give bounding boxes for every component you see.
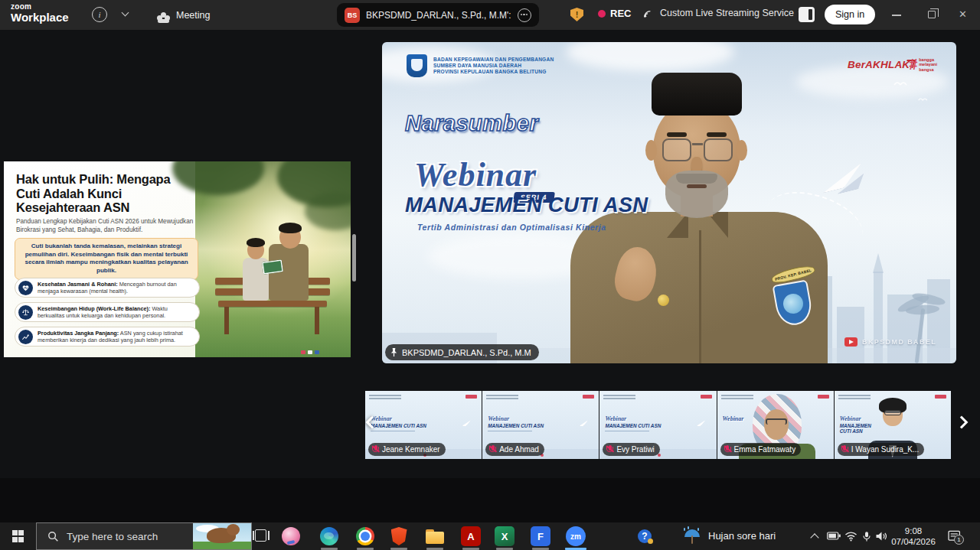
participant-name-tag: Jeane Kemnaker <box>368 443 446 456</box>
running-indicator <box>390 548 407 549</box>
zoom-meeting-window: zoom Workplace i Meeting BS BKPSDMD_DARL… <box>0 0 980 550</box>
cloud-shape <box>566 42 734 71</box>
org-text: BADAN KEPEGAWAIAN DAN PENGEMBANGAN SUMBE… <box>433 57 554 76</box>
bullet-text: Kesehatan Jasmani & Rohani: Mencegah bur… <box>38 281 195 295</box>
search-input[interactable]: Type here to search <box>36 522 252 550</box>
mini-org-header <box>486 395 518 401</box>
start-button[interactable] <box>0 522 36 550</box>
folder-icon <box>426 529 444 544</box>
slide-quote: Cuti bukanlah tanda kemalasan, melainkan… <box>15 238 198 280</box>
berakhlak-logo: BerAKHLAK <box>848 59 910 70</box>
webinar-script-label: Webinar <box>414 155 537 194</box>
app-icon-excel[interactable]: X <box>495 526 514 546</box>
participant-tile[interactable]: Webinar MANAJEMEN CUTI ASN Jeane Kemnake… <box>365 391 482 459</box>
ear <box>736 140 747 161</box>
bird-icon <box>918 96 932 102</box>
mini-plane-icon <box>697 420 706 426</box>
sign-in-button[interactable]: Sign in <box>825 5 875 24</box>
restore-button[interactable] <box>928 11 936 18</box>
info-icon[interactable]: i <box>92 7 107 22</box>
app-icon-chrome[interactable] <box>355 526 375 546</box>
participant-name: Emma Fatmawaty <box>734 445 796 454</box>
avatar: BS <box>345 8 360 23</box>
mini-rule <box>605 431 649 431</box>
clock-time: 9:08 <box>887 526 940 536</box>
mini-title: MANAJEMEN CUTI ASN <box>840 423 880 434</box>
mini-title: MANAJEMEN CUTI ASN <box>371 423 426 428</box>
filmstrip-next-button[interactable] <box>956 416 969 429</box>
live-streaming-menu[interactable]: Custom Live Streaming Service <box>643 7 805 18</box>
zoom-logo-text: zoom <box>11 3 69 11</box>
child-hair <box>247 238 265 247</box>
bangga-line: bangsa <box>919 67 937 72</box>
minimize-button[interactable] <box>892 15 901 16</box>
search-icon <box>47 531 59 542</box>
participant-name-tag: Emma Fatmawaty <box>720 443 802 456</box>
mini-webinar: Webinar <box>840 415 861 422</box>
running-indicator <box>321 548 338 549</box>
mini-org-header <box>369 395 401 401</box>
webinar-tagline: Tertib Administrasi dan Optimalisasi Kin… <box>417 223 606 232</box>
hash-glyph: # <box>909 56 917 73</box>
help-tray-icon[interactable]: ? <box>638 529 652 543</box>
app-icon-file-explorer[interactable] <box>425 526 445 546</box>
app-icon-acrobat[interactable]: A <box>461 526 481 546</box>
participant-tile[interactable]: Webinar MANAJEMEN CUTI ASN I Wayan Sudir… <box>835 391 951 459</box>
meeting-tab-label: Meeting <box>176 10 210 21</box>
avatar-glasses <box>884 410 901 415</box>
search-placeholder: Type here to search <box>67 531 158 542</box>
org-line: PROVINSI KEPULAUAN BANGKA BELITUNG <box>433 69 554 75</box>
weather-label[interactable]: Hujan sore hari <box>708 530 776 542</box>
weather-icon[interactable] <box>684 528 701 545</box>
meeting-toolbar: Audio Video Participants 500 Chat <box>0 478 980 522</box>
app-icon-zoom[interactable]: zm <box>566 526 586 546</box>
security-warning-icon[interactable]: ! <box>570 8 583 21</box>
meeting-title-tab[interactable]: BS BKPSDMD_DARLAN., S.Pd., M.M': <box>337 3 539 27</box>
mini-logo <box>818 395 829 399</box>
youtube-channel: BKPSDMD BABEL <box>862 338 936 346</box>
participant-tile[interactable]: Webinar MANAJEMEN CUTI ASN Ade Ahmad <box>482 391 599 459</box>
slide-subtitle: Panduan Lengkap Kebijakan Cuti ASN 2026 … <box>16 218 195 234</box>
slide-bullet-2: Keseimbangan Hidup (Work-Life Balance): … <box>15 302 200 322</box>
org-line: BADAN KEPEGAWAIAN DAN PENGEMBANGAN <box>433 57 554 63</box>
mini-logo <box>701 395 712 399</box>
close-button[interactable]: ✕ <box>959 8 967 20</box>
tray-overflow-caret[interactable] <box>810 533 818 542</box>
search-daily-image[interactable] <box>193 523 251 549</box>
system-clock[interactable]: 9:08 07/04/2026 <box>887 526 940 547</box>
top-bar: zoom Workplace i Meeting BS BKPSDMD_DARL… <box>0 0 980 30</box>
content-scrollbar[interactable] <box>352 234 356 282</box>
muted-mic-icon <box>841 445 848 454</box>
notification-center-button[interactable]: 1 <box>948 530 961 545</box>
scales-icon <box>18 305 33 320</box>
task-view-button[interactable] <box>253 529 270 543</box>
running-indicator <box>357 548 374 549</box>
tab-more-icon[interactable] <box>518 8 531 22</box>
growth-arrow-icon <box>18 330 33 344</box>
mini-org-header <box>603 395 635 401</box>
mini-title: MANAJEMEN CUTI ASN <box>488 423 544 428</box>
workplace-logo-text: Workplace <box>11 11 69 23</box>
muted-mic-icon <box>372 445 379 454</box>
chevron-down-icon[interactable] <box>122 9 129 17</box>
app-icon-brave[interactable] <box>389 526 409 546</box>
app-icon-f[interactable]: F <box>531 526 550 546</box>
app-icon-edge[interactable] <box>319 526 339 546</box>
muted-mic-icon <box>606 445 613 454</box>
wifi-icon[interactable] <box>844 531 858 542</box>
tab-meeting[interactable]: Meeting <box>157 0 210 30</box>
participant-tile[interactable]: Webinar Emma Fatmawaty <box>717 391 834 459</box>
participant-name: Evy Pratiwi <box>616 445 654 454</box>
participant-tile[interactable]: Webinar MANAJEMEN CUTI ASN Evy Pratiwi <box>599 391 716 459</box>
app-icon-photos[interactable] <box>281 526 301 546</box>
mini-logo <box>466 395 477 399</box>
zoom-app-glyph: zm <box>570 532 581 541</box>
participant-name: I Wayan Sudira_K... <box>851 445 920 454</box>
active-speaker-video[interactable]: PROV. KEP. BABEL BADAN KEPEGAWAIAN DAN P… <box>382 42 956 363</box>
battery-icon[interactable] <box>827 531 841 541</box>
speaker-name: BKPSDMD_DARLAN., S.Pd., M.M <box>402 348 531 357</box>
clock-date: 07/04/2026 <box>887 536 940 547</box>
mini-rule <box>488 431 532 431</box>
mic-tray-icon[interactable] <box>862 531 871 542</box>
view-layout-icon[interactable] <box>799 7 815 22</box>
